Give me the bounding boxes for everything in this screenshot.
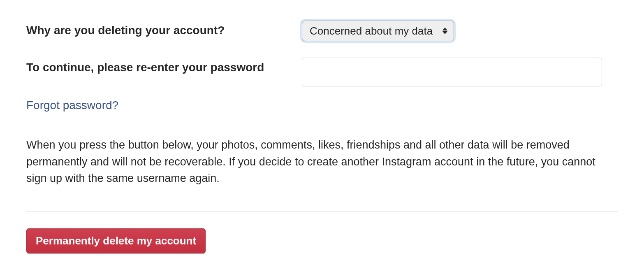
permanently-delete-button[interactable]: Permanently delete my account — [26, 228, 206, 253]
password-input[interactable] — [302, 58, 602, 86]
reason-label: Why are you deleting your account? — [26, 21, 302, 38]
password-row: To continue, please re-enter your passwo… — [26, 58, 618, 86]
reason-select[interactable]: Concerned about my data — [302, 21, 454, 41]
forgot-row: Forgot password? — [26, 99, 618, 112]
password-control-wrap — [302, 58, 618, 86]
reason-control-wrap: Concerned about my data — [302, 21, 618, 41]
password-label: To continue, please re-enter your passwo… — [26, 58, 302, 75]
warning-text: When you press the button below, your ph… — [26, 137, 614, 187]
reason-select-wrap: Concerned about my data — [302, 21, 454, 41]
forgot-password-link[interactable]: Forgot password? — [26, 99, 118, 112]
divider — [26, 212, 618, 212]
reason-row: Why are you deleting your account? Conce… — [26, 21, 618, 41]
